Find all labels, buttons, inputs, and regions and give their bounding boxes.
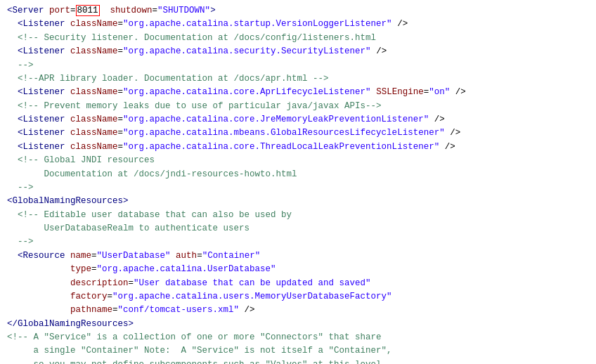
xml-comment: UserDatabaseRealm to authenticate users [7, 223, 250, 233]
xml-plain [7, 128, 18, 138]
xml-value: "org.apache.catalina.core.ThreadLocalLea… [123, 142, 439, 152]
xml-plain: = [118, 128, 124, 138]
code-line: <!-- A "Service" is a collection of one … [6, 331, 590, 344]
code-line: </GlobalNamingResources> [6, 318, 590, 331]
xml-plain: = [91, 264, 97, 274]
xml-tag: > [210, 6, 216, 15]
xml-tag: <Listener [18, 115, 70, 124]
xml-plain [171, 251, 176, 261]
code-line: --> [6, 59, 590, 72]
xml-attribute: factory [70, 292, 108, 301]
xml-plain [7, 278, 70, 288]
code-line: so you may not define subcomponents such… [6, 358, 590, 364]
xml-attribute: port [49, 6, 70, 15]
xml-plain: /> [371, 46, 387, 56]
xml-plain [7, 305, 70, 315]
xml-attribute: SSLEngine [376, 87, 424, 97]
xml-plain: = [112, 305, 118, 315]
xml-comment: --> [7, 237, 34, 247]
code-line: <Listener className="org.apache.catalina… [6, 18, 590, 31]
xml-plain: = [108, 292, 113, 301]
xml-comment: <!-- A "Service" is a collection of one … [7, 332, 382, 342]
code-line: <Listener className="org.apache.catalina… [6, 45, 590, 58]
xml-attribute: type [70, 264, 91, 274]
xml-value: "org.apache.catalina.core.JreMemoryLeakP… [123, 115, 429, 124]
xml-attribute: className [70, 19, 118, 29]
xml-tag: <Listener [18, 87, 70, 97]
code-line: pathname="conf/tomcat-users.xml" /> [6, 304, 590, 317]
xml-plain: /> [429, 115, 445, 124]
xml-plain [7, 142, 18, 152]
xml-value: "org.apache.catalina.startup.VersionLogg… [123, 19, 392, 29]
xml-comment: --> [7, 60, 34, 70]
xml-value: "UserDatabase" [97, 251, 171, 261]
xml-comment: <!-- Prevent memory leaks due to use of … [7, 101, 382, 111]
xml-plain [100, 6, 110, 15]
xml-value: "org.apache.catalina.security.SecurityLi… [123, 46, 371, 56]
xml-plain: = [118, 142, 124, 152]
xml-plain [7, 264, 70, 274]
xml-plain: = [118, 87, 124, 97]
xml-value: "User database that can be updated and s… [134, 278, 371, 288]
xml-plain: /> [445, 128, 461, 138]
xml-comment: a single "Container" Note: A "Service" i… [7, 346, 392, 356]
code-line: <Listener className="org.apache.catalina… [6, 126, 590, 140]
xml-plain [7, 46, 18, 56]
code-line: type="org.apache.catalina.UserDatabase" [6, 263, 590, 276]
code-line: --> [6, 181, 590, 195]
xml-value: "conf/tomcat-users.xml" [118, 305, 240, 315]
code-line: <GlobalNamingResources> [6, 195, 590, 208]
code-line: <!-- Editable user database that can als… [6, 209, 590, 222]
xml-value: "org.apache.catalina.UserDatabase" [97, 264, 276, 274]
xml-plain [7, 292, 70, 301]
code-line: <Resource name="UserDatabase" auth="Cont… [6, 249, 590, 263]
code-line: a single "Container" Note: A "Service" i… [6, 344, 590, 358]
code-line: UserDatabaseRealm to authenticate users [6, 222, 590, 235]
xml-plain [7, 87, 18, 97]
code-line: description="User database that can be u… [6, 277, 590, 290]
xml-tag: <Resource [18, 251, 70, 261]
xml-comment: --> [7, 183, 34, 193]
xml-plain [371, 87, 377, 97]
xml-plain [7, 19, 18, 29]
xml-plain [7, 115, 18, 124]
xml-tag: <Listener [18, 128, 70, 138]
xml-plain: /> [439, 142, 455, 152]
xml-plain: /> [239, 305, 255, 315]
xml-tag: <Listener [18, 46, 70, 56]
code-line: <!-- Security listener. Documentation at… [6, 32, 590, 45]
xml-plain: = [91, 251, 97, 261]
xml-tag: </GlobalNamingResources> [7, 319, 134, 329]
xml-attribute: description [70, 278, 129, 288]
code-line: Documentation at /docs/jndi-resources-ho… [6, 168, 590, 181]
xml-comment: <!-- Security listener. Documentation at… [7, 33, 376, 43]
xml-attribute: pathname [70, 305, 112, 315]
xml-plain [7, 251, 18, 261]
xml-attribute: shutdown [110, 6, 153, 15]
code-line: <Listener className="org.apache.catalina… [6, 141, 590, 154]
xml-tag: <Server [7, 6, 49, 15]
xml-comment: Documentation at /docs/jndi-resources-ho… [7, 169, 297, 179]
xml-attribute: name [70, 251, 91, 261]
xml-attribute: className [70, 46, 118, 56]
xml-value: "org.apache.catalina.users.MemoryUserDat… [112, 292, 392, 301]
xml-plain: /> [392, 19, 408, 29]
xml-attribute: className [70, 87, 118, 97]
code-editor: <Server port=8011 shutdown="SHUTDOWN"> <… [0, 0, 596, 364]
xml-value: "org.apache.catalina.mbeans.GlobalResour… [123, 128, 445, 138]
xml-plain: = [129, 278, 134, 288]
code-line: <Listener className="org.apache.catalina… [6, 86, 590, 99]
xml-plain: = [118, 115, 124, 124]
xml-comment: so you may not define subcomponents such… [7, 360, 387, 364]
xml-plain: = [70, 6, 76, 15]
xml-plain: = [197, 251, 202, 261]
code-line: --> [6, 235, 590, 249]
code-line: <!-- Global JNDI resources [6, 154, 590, 167]
xml-tag: <Listener [18, 19, 70, 29]
xml-attribute: className [70, 115, 118, 124]
xml-tag: <Listener [18, 142, 70, 152]
xml-attribute: className [70, 142, 118, 152]
xml-comment: <!-- Global JNDI resources [7, 155, 155, 165]
code-line: <!-- Prevent memory leaks due to use of … [6, 100, 590, 113]
xml-plain: = [153, 6, 158, 15]
